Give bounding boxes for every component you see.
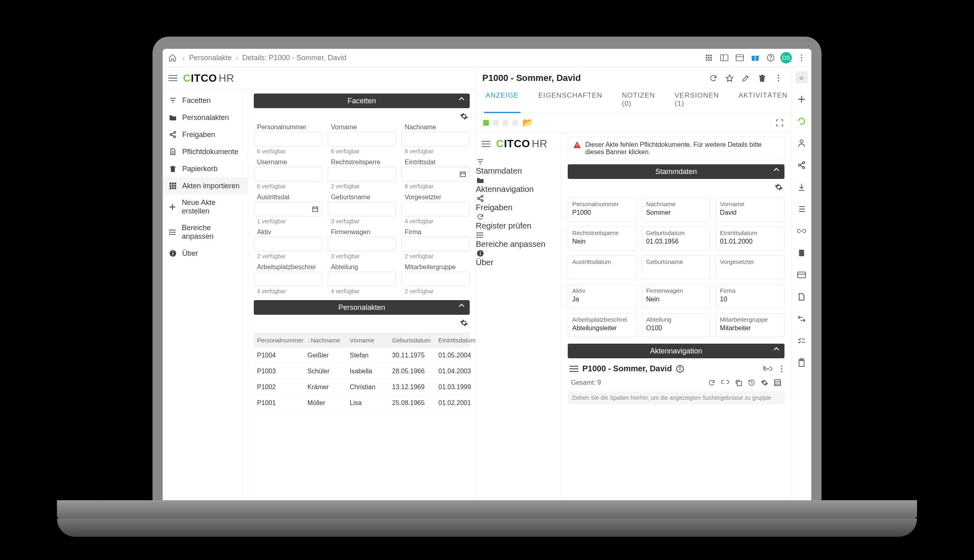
- sidebar-item-freigaben[interactable]: Freigaben: [163, 126, 248, 143]
- facet-input[interactable]: [401, 237, 470, 251]
- person-icon[interactable]: [795, 137, 808, 149]
- facet-input[interactable]: [328, 237, 396, 251]
- chevron-up-icon[interactable]: [773, 168, 780, 172]
- fullscreen-icon[interactable]: [776, 119, 784, 127]
- layout-icon[interactable]: [719, 52, 730, 63]
- home-icon[interactable]: [167, 52, 178, 63]
- menu-icon[interactable]: [168, 74, 177, 82]
- menu-icon[interactable]: [482, 140, 490, 148]
- alert-banner[interactable]: Dieser Akte fehlen Pflichtdokumente. Für…: [568, 137, 784, 160]
- sidebar-item-neue-akte[interactable]: Neue Akte erstellen: [163, 194, 248, 220]
- section-header-facetten[interactable]: Facetten: [254, 94, 470, 108]
- table-row[interactable]: P1004GeißlerStefan30.11.197501.05.2004: [254, 348, 470, 364]
- facet-input[interactable]: [328, 167, 396, 181]
- facet-input[interactable]: [328, 132, 396, 146]
- facet-input[interactable]: [254, 202, 322, 216]
- sidebar-item-personalakten[interactable]: Personalakten: [163, 109, 248, 126]
- gear-icon[interactable]: [775, 183, 783, 191]
- section-header-stammdaten[interactable]: Stammdaten: [568, 164, 784, 179]
- card-icon[interactable]: [795, 269, 808, 281]
- facet-input[interactable]: [401, 132, 470, 146]
- breadcrumb-item[interactable]: Details: P1000 - Sommer, David: [242, 54, 346, 62]
- inner-item-ueber[interactable]: Über: [476, 249, 561, 267]
- column-header[interactable]: Vorname: [350, 337, 390, 344]
- refresh-icon[interactable]: [707, 72, 719, 84]
- facet-input[interactable]: [254, 167, 322, 181]
- sidebar-item-ueber[interactable]: Über: [163, 245, 248, 262]
- tab-aktivitaeten[interactable]: AKTIVITÄTEN: [737, 87, 789, 113]
- unlink-icon[interactable]: [721, 379, 729, 386]
- table-icon[interactable]: [774, 379, 781, 386]
- column-header[interactable]: Personalnummer: [257, 337, 306, 344]
- sidebar-item-papierkorb[interactable]: Papierkorb: [163, 160, 248, 177]
- folder-open-icon[interactable]: 📂: [522, 118, 533, 128]
- apps-icon[interactable]: [703, 52, 715, 63]
- inner-item-stammdaten[interactable]: Stammdaten: [476, 157, 561, 176]
- sidebar-item-importieren[interactable]: Akten importieren: [163, 177, 248, 194]
- clipboard-icon[interactable]: [795, 357, 808, 369]
- chevron-up-icon[interactable]: [773, 347, 780, 351]
- help-icon[interactable]: [765, 52, 776, 63]
- inner-item-register[interactable]: Register prüfen: [476, 212, 561, 231]
- facet-input[interactable]: [401, 202, 470, 216]
- more-icon[interactable]: [796, 52, 807, 63]
- inner-item-freigaben[interactable]: Freigaben: [476, 194, 561, 212]
- copy-icon[interactable]: [735, 379, 742, 386]
- share-icon[interactable]: [795, 159, 808, 171]
- gear-icon[interactable]: [761, 379, 768, 386]
- tab-notizen[interactable]: NOTIZEN (0): [620, 87, 657, 113]
- gift-icon[interactable]: [750, 52, 761, 63]
- list-icon[interactable]: [795, 203, 808, 215]
- column-header[interactable]: ↓Nachname: [307, 337, 348, 344]
- edit-icon[interactable]: [740, 72, 752, 84]
- star-icon[interactable]: [723, 72, 736, 84]
- inner-item-bereiche[interactable]: Bereiche anpassen: [476, 231, 561, 249]
- table-row[interactable]: P1002KrämerChristian13.12.196901.03.1999: [254, 379, 470, 395]
- sidebar-item-facetten[interactable]: Facetten: [163, 92, 248, 109]
- tab-eigenschaften[interactable]: EIGENSCHAFTEN: [537, 87, 604, 113]
- calendar-icon[interactable]: [460, 171, 466, 177]
- more-icon[interactable]: [772, 72, 784, 84]
- section-header-personalakten[interactable]: Personalakten: [254, 300, 470, 315]
- breadcrumb-item[interactable]: Personalakte: [189, 54, 232, 62]
- sidebar-item-pflichtdokumente[interactable]: Pflichtdokumente: [163, 143, 248, 160]
- gear-icon[interactable]: [460, 112, 468, 120]
- download-icon[interactable]: [795, 181, 808, 193]
- inner-item-aktennavigation[interactable]: Aktennavigation: [476, 176, 561, 194]
- more-icon[interactable]: [780, 365, 783, 373]
- page-icon[interactable]: [795, 291, 808, 303]
- facet-input[interactable]: [254, 272, 322, 286]
- transfer-icon[interactable]: [795, 313, 808, 325]
- trash-icon[interactable]: [756, 72, 768, 84]
- facet-input[interactable]: [401, 167, 470, 181]
- gear-icon[interactable]: [460, 319, 468, 327]
- section-header-aktennavigation[interactable]: Aktennavigation: [568, 344, 784, 358]
- window-icon[interactable]: [734, 52, 745, 63]
- refresh-icon[interactable]: [708, 379, 715, 386]
- facet-input[interactable]: [328, 272, 396, 286]
- tab-versionen[interactable]: VERSIONEN (1): [673, 87, 721, 113]
- facet-input[interactable]: [254, 132, 322, 146]
- calendar-icon[interactable]: [312, 206, 318, 212]
- plus-icon[interactable]: [795, 93, 808, 105]
- column-header[interactable]: Geburtsdatum: [392, 337, 437, 344]
- column-header[interactable]: Eintrittsdatum: [438, 337, 475, 344]
- checklist-icon[interactable]: [795, 335, 808, 347]
- avatar[interactable]: DS: [780, 52, 792, 63]
- link-icon[interactable]: [763, 366, 772, 372]
- info-icon[interactable]: [676, 365, 684, 373]
- chevron-up-icon[interactable]: [458, 303, 465, 307]
- facet-input[interactable]: [328, 202, 396, 216]
- book-icon[interactable]: [795, 247, 808, 259]
- link-icon[interactable]: [795, 225, 808, 237]
- tab-anzeige[interactable]: ANZEIGE: [484, 87, 521, 113]
- logo-mark-icon[interactable]: [795, 115, 808, 127]
- chevron-right-icon[interactable]: «: [795, 71, 808, 83]
- menu-icon[interactable]: [569, 365, 578, 373]
- facet-input[interactable]: [401, 272, 470, 286]
- facet-input[interactable]: [254, 237, 322, 251]
- chevron-up-icon[interactable]: [458, 97, 465, 101]
- sidebar-item-bereiche[interactable]: Bereiche anpassen: [163, 220, 248, 245]
- history-icon[interactable]: [748, 379, 755, 386]
- table-row[interactable]: P1001MöllerLisa25.08.196501.02.2001: [254, 395, 470, 411]
